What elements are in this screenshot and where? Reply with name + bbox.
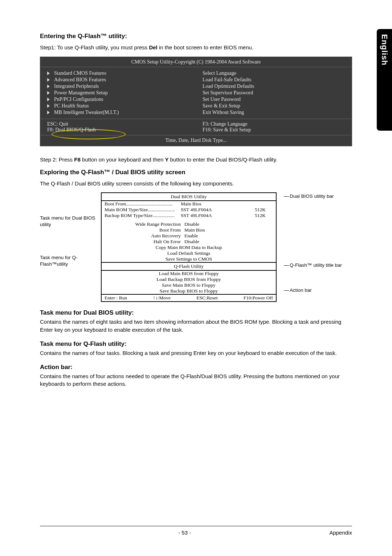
bios-menu-item: Set Supervisor Password xyxy=(203,90,253,96)
task-item: Load Main BIOS from Floppy xyxy=(102,271,276,277)
step1-text-c: in the boot screen to enter BIOS menu. xyxy=(158,44,253,50)
step2-text: Step 2: Press F8 button on your keyboard… xyxy=(40,156,352,164)
info-row: Main ROM Type/Size......................… xyxy=(102,207,276,213)
callout-label: Q-Flash™ utility title bar xyxy=(290,262,342,268)
step1-key-del: Del xyxy=(149,44,157,50)
callout-action-bar: Action bar xyxy=(284,287,346,294)
footer-rule xyxy=(40,526,352,526)
triangle-icon xyxy=(47,71,50,75)
setting-value: Enable xyxy=(184,233,273,239)
callout-label: Task menu for Q-Flash™utility xyxy=(40,254,98,267)
callout-label: Dual BIOS utility bar xyxy=(290,193,334,199)
setting-label: Wide Range Protection xyxy=(105,221,184,227)
task-item: Save Main BIOS to Floppy xyxy=(102,282,276,288)
info-value: SST 49LF004A xyxy=(181,207,228,213)
subheading-action-bar: Action bar: xyxy=(40,364,352,371)
bios-setup-screenshot: CMOS Setup Utility-Copyright (C) 1984-20… xyxy=(40,57,352,146)
triangle-icon xyxy=(47,111,50,114)
paragraph-action-bar: Contains the names of four actions neede… xyxy=(40,372,352,388)
step2-a: Step 2: Press xyxy=(40,156,74,163)
step2-key-y: Y xyxy=(165,156,168,163)
info-label: Backup ROM Type/Size.................. xyxy=(105,213,181,218)
qflash-title-bar: Q-Flash Utility xyxy=(102,263,276,270)
dualbios-title-bar: Dual BIOS Utility xyxy=(102,193,276,200)
info-value: SST 49LF004A xyxy=(181,213,228,218)
section-exploring-intro: The Q-Flash / Dual BIOS utility screen c… xyxy=(40,180,352,188)
bios-menu-item: Power Management Setup xyxy=(54,90,108,96)
setting-value: Disable xyxy=(184,221,273,227)
footer-section: Appendix xyxy=(329,530,352,536)
bios-menu-item: Load Optimized Defaults xyxy=(203,83,254,89)
step2-e: button to enter the Dual BIOS/Q-Flash ut… xyxy=(168,156,277,163)
step1-text: Step1: To use Q-Flash utility, you must … xyxy=(40,44,352,52)
bios-foot-f3: F3: Change Language xyxy=(203,121,345,127)
callout-label: Action bar xyxy=(290,287,312,293)
task-item: Copy Main ROM Data to Backup xyxy=(102,245,276,250)
callout-task-menu-dualbios: Task menu for Dual BIOS utility xyxy=(40,215,98,228)
setting-row: Wide Range ProtectionDisable xyxy=(102,221,276,227)
bios-menu-item: Select Language xyxy=(203,70,236,76)
triangle-icon xyxy=(47,78,50,82)
dual-bios-utility-screenshot: Dual BIOS Utility Boot From.............… xyxy=(101,192,277,302)
bios-menu-item: Save & Exit Setup xyxy=(203,103,240,109)
bios-foot-f10: F10: Save & Exit Setup xyxy=(203,127,345,133)
triangle-icon xyxy=(47,104,50,108)
setting-label: Auto Recovery xyxy=(105,233,184,239)
info-label: Main ROM Type/Size...................... xyxy=(105,207,181,213)
triangle-icon xyxy=(47,91,50,95)
info-size: 512K xyxy=(228,213,273,218)
bios-status-line: Time, Date, Hard Disk Type... xyxy=(41,135,351,146)
info-value: Main Bios xyxy=(181,201,228,207)
info-label: Boot From...............................… xyxy=(105,201,181,207)
task-item: Save Backup BIOS to Floppy xyxy=(102,288,276,294)
subheading-task-dualbios: Task menu for Dual BIOS utility: xyxy=(40,309,352,316)
setting-label: Boot From xyxy=(105,227,184,233)
bios-menu-item: Load Fail-Safe Defaults xyxy=(203,77,252,83)
section-entering-qflash-title: Entering the Q-Flash™ utility: xyxy=(40,33,352,40)
page-number: - 53 - xyxy=(178,530,191,536)
setting-value: Main Bios xyxy=(184,227,273,233)
bios-menu-item: Integrated Peripherals xyxy=(54,83,99,89)
info-row: Backup ROM Type/Size..................SS… xyxy=(102,213,276,218)
language-label: English xyxy=(380,34,389,65)
section-exploring-title: Exploring the Q-Flash™ / Dual BIOS utili… xyxy=(40,169,352,176)
callout-dualbios-bar: Dual BIOS utility bar xyxy=(284,193,346,200)
bios-title: CMOS Setup Utility-Copyright (C) 1984-20… xyxy=(41,57,351,67)
callout-qflash-title-bar: Q-Flash™ utility title bar xyxy=(284,262,346,269)
bios-menu-item: Set User Password xyxy=(203,97,241,102)
bios-foot-esc: ESC: Quit xyxy=(47,121,189,127)
info-size xyxy=(228,201,273,207)
bios-menu-item: Standard CMOS Features xyxy=(54,70,106,76)
bios-right-menu: Select Language Load Fail-Safe Defaults … xyxy=(196,67,351,119)
step1-text-a: Step1: To use Q-Flash utility, you must … xyxy=(40,44,149,50)
triangle-icon xyxy=(47,98,50,101)
task-item: Load Default Settings xyxy=(102,250,276,256)
setting-row: Auto RecoveryEnable xyxy=(102,233,276,239)
bios-menu-item: MB Intelligent Tweaker(M.I.T.) xyxy=(54,110,119,115)
paragraph-task-dualbios: Contains the names of eight tasks and tw… xyxy=(40,318,352,334)
bios-left-menu: Standard CMOS Features Advanced BIOS Fea… xyxy=(41,67,196,119)
bios-foot-f8: F8: Dual BIOS/Q-Flash xyxy=(47,127,189,133)
setting-row: Boot FromMain Bios xyxy=(102,227,276,233)
task-item: Save Settings to CMOS xyxy=(102,256,276,262)
action-enter: Enter : Run xyxy=(105,295,127,301)
bios-menu-item: PC Health Status xyxy=(54,103,89,109)
step2-key-f8: F8 xyxy=(74,156,81,163)
bios-menu-item: Exit Without Saving xyxy=(203,110,244,115)
info-row: Boot From...............................… xyxy=(102,201,276,207)
action-bar: Enter : Run ↑↓:Move ESC:Reset F10:Power … xyxy=(102,295,276,301)
action-f10: F10:Power Off xyxy=(244,295,273,301)
step2-c: button on your keyboard and then xyxy=(81,156,165,163)
paragraph-task-qflash: Contains the names of four tasks. Blocki… xyxy=(40,349,352,357)
callout-task-menu-qflash: Task menu for Q-Flash™utility xyxy=(40,254,98,268)
bios-menu-item: PnP/PCI Configurations xyxy=(54,97,103,102)
task-item: Load Backup BIOS from Floppy xyxy=(102,277,276,282)
info-size: 512K xyxy=(228,207,273,213)
action-esc: ESC:Reset xyxy=(196,295,218,301)
action-move: ↑↓:Move xyxy=(153,295,171,301)
language-side-tab: English xyxy=(377,29,392,131)
triangle-icon xyxy=(47,85,50,88)
setting-row: Halt On ErrorDisable xyxy=(102,239,276,245)
bios-menu-item: Advanced BIOS Features xyxy=(54,77,106,83)
setting-value: Disable xyxy=(184,239,273,245)
